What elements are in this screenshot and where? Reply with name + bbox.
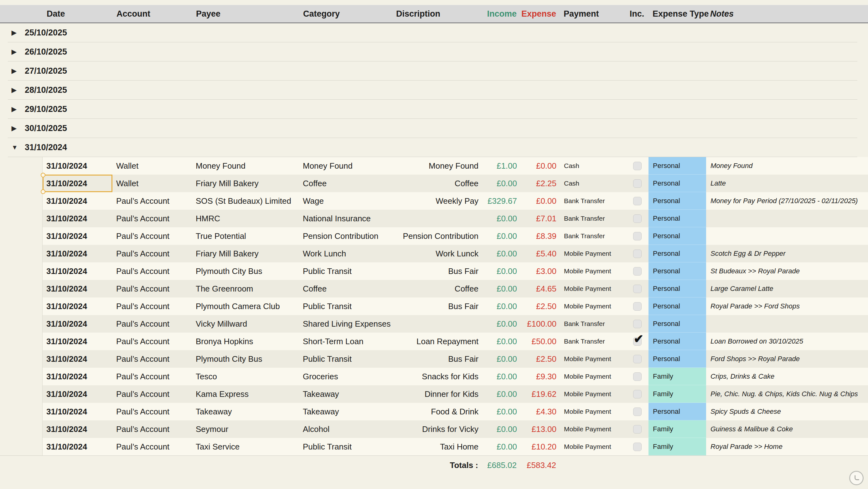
cell-income[interactable]: £329.67 [482,192,520,210]
cell-expense[interactable]: £10.20 [520,438,560,456]
inc-checkbox[interactable] [633,285,642,293]
cell-payee[interactable]: Takeaway [192,403,299,420]
column-header-notes[interactable]: Notes [706,9,868,19]
cell-expense-type[interactable]: Personal [649,262,706,280]
transaction-row[interactable]: 31/10/2024 Wallet Friary Mill Bakery Cof… [42,175,868,192]
cell-expense-type[interactable]: Personal [649,280,706,297]
column-header-category[interactable]: Category [299,9,392,19]
transaction-row[interactable]: 31/10/2024 Paul’s Account Takeaway Takea… [42,403,868,420]
cell-expense-type[interactable]: Personal [649,350,706,368]
cell-account[interactable]: Wallet [113,175,192,192]
cell-notes[interactable]: Pie, Chic. Nug. & Chips, Kids Chic. Nug … [706,385,868,403]
cell-expense[interactable]: £7.01 [520,210,560,227]
cell-expense-type[interactable]: Family [649,385,706,403]
cell-expense-type[interactable]: Personal [649,175,706,192]
cell-payment[interactable]: Bank Transfer [560,315,626,333]
cell-account[interactable]: Paul’s Account [113,280,192,297]
cell-notes[interactable]: Latte [706,175,868,192]
cell-expense[interactable]: £5.40 [520,245,560,262]
cell-expense[interactable]: £4.65 [520,280,560,297]
cell-payment[interactable]: Bank Transfer [560,210,626,227]
cell-payment[interactable]: Bank Transfer [560,333,626,350]
transaction-row[interactable]: 31/10/2024 Paul’s Account Kama Express T… [42,385,868,403]
cell-category[interactable]: Coffee [299,280,392,297]
cell-account[interactable]: Paul’s Account [113,385,192,403]
cell-notes[interactable]: Royal Parade >> Ford Shops [706,297,868,315]
cell-payment[interactable]: Mobile Payment [560,280,626,297]
cell-description[interactable]: Money Found [392,157,482,175]
disclosure-triangle-collapsed-icon[interactable]: ▶ [11,124,23,132]
cell-description[interactable]: Food & Drink [392,403,482,420]
cell-category[interactable]: Public Transit [299,297,392,315]
cell-income[interactable]: £0.00 [482,280,520,297]
cell-income[interactable]: £0.00 [482,420,520,438]
cell-income[interactable]: £0.00 [482,297,520,315]
cell-payee[interactable]: Plymouth City Bus [192,350,299,368]
cell-expense-type[interactable]: Family [649,438,706,456]
cell-income[interactable]: £0.00 [482,438,520,456]
cell-date[interactable]: 31/10/2024 [42,175,113,192]
cell-category[interactable]: Takeaway [299,385,392,403]
cell-expense[interactable]: £0.00 [520,157,560,175]
cell-payee[interactable]: Vicky Millward [192,315,299,333]
inc-checkbox[interactable] [633,442,642,451]
cell-date[interactable]: 31/10/2024 [42,438,113,456]
cell-income[interactable]: £0.00 [482,385,520,403]
cell-account[interactable]: Paul’s Account [113,262,192,280]
transaction-row[interactable]: 31/10/2024 Paul’s Account Plymouth City … [42,262,868,280]
cell-payment[interactable]: Mobile Payment [560,368,626,385]
group-row-expanded[interactable]: ▼ 31/10/2024 [8,138,857,157]
cell-payee[interactable]: Money Found [192,157,299,175]
inc-checkbox[interactable] [633,425,642,433]
cell-expense-type[interactable]: Personal [649,333,706,350]
cell-payment[interactable]: Mobile Payment [560,420,626,438]
cell-expense[interactable]: £3.00 [520,262,560,280]
cell-description[interactable]: Drinks for Vicky [392,420,482,438]
cell-notes[interactable]: Loan Borrowed on 30/10/2025 [706,333,868,350]
cell-notes[interactable] [706,227,868,245]
cell-account[interactable]: Paul’s Account [113,297,192,315]
group-row-collapsed[interactable]: ▶ 28/10/2025 [8,81,857,100]
cell-date[interactable]: 31/10/2024 [42,297,113,315]
cell-date[interactable]: 31/10/2024 [42,157,113,175]
cell-category[interactable]: Public Transit [299,350,392,368]
inc-checkbox[interactable] [633,232,642,240]
cell-date[interactable]: 31/10/2024 [42,403,113,420]
column-header-payee[interactable]: Payee [192,9,299,19]
inc-checkbox[interactable] [633,214,642,223]
cell-date[interactable]: 31/10/2024 [42,350,113,368]
cell-payment[interactable]: Bank Transfer [560,192,626,210]
cell-account[interactable]: Paul’s Account [113,368,192,385]
inc-checkbox[interactable] [633,355,642,363]
inc-checkbox[interactable] [633,179,642,188]
cell-expense-type[interactable]: Personal [649,315,706,333]
cell-category[interactable]: Wage [299,192,392,210]
cell-expense-type[interactable]: Personal [649,403,706,420]
cell-payee[interactable]: Tesco [192,368,299,385]
cell-income[interactable]: £0.00 [482,245,520,262]
cell-income[interactable]: £0.00 [482,175,520,192]
cell-notes[interactable]: Crips, Drinks & Cake [706,368,868,385]
cell-expense[interactable]: £4.30 [520,403,560,420]
cell-payee[interactable]: True Potential [192,227,299,245]
cell-description[interactable]: Dinner for Kids [392,385,482,403]
cell-payee[interactable]: Taxi Service [192,438,299,456]
cell-expense-type[interactable]: Family [649,368,706,385]
cell-description[interactable]: Taxi Home [392,438,482,456]
transaction-row[interactable]: 31/10/2024 Paul’s Account Plymouth Camer… [42,297,868,315]
cell-payee[interactable]: Plymouth Camera Club [192,297,299,315]
cell-category[interactable]: Takeaway [299,403,392,420]
cell-income[interactable]: £0.00 [482,262,520,280]
cell-expense-type[interactable]: Personal [649,297,706,315]
cell-account[interactable]: Paul’s Account [113,420,192,438]
column-header-inc[interactable]: Inc. [626,9,648,19]
cell-account[interactable]: Paul’s Account [113,210,192,227]
cell-description[interactable] [392,210,482,227]
cell-category[interactable]: Work Lunch [299,245,392,262]
cell-account[interactable]: Paul’s Account [113,227,192,245]
cell-payment[interactable]: Mobile Payment [560,262,626,280]
group-row-collapsed[interactable]: ▶ 25/10/2025 [8,23,857,42]
transaction-row[interactable]: 31/10/2024 Paul’s Account Seymour Alcoho… [42,420,868,438]
cell-expense[interactable]: £0.00 [520,192,560,210]
group-row-collapsed[interactable]: ▶ 30/10/2025 [8,119,857,138]
